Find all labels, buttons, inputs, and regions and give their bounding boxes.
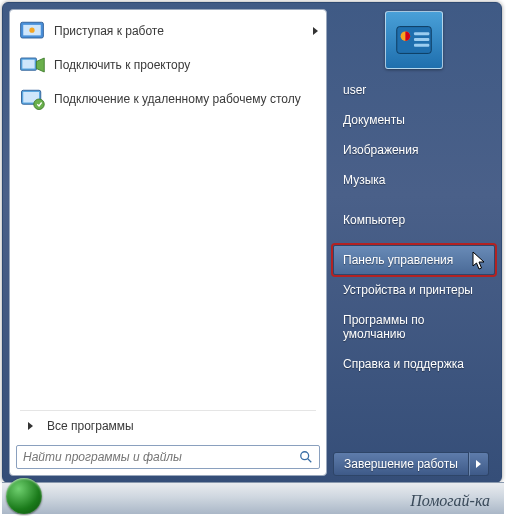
svg-point-8 bbox=[301, 452, 309, 460]
right-item-user[interactable]: user bbox=[333, 75, 495, 105]
chevron-right-icon bbox=[28, 422, 33, 430]
right-list: user Документы Изображения Музыка Компью… bbox=[333, 75, 495, 446]
program-label: Приступая к работе bbox=[54, 24, 313, 38]
right-item-label: Изображения bbox=[343, 143, 418, 157]
search-box[interactable] bbox=[16, 445, 320, 469]
program-remote-desktop[interactable]: Подключение к удаленному рабочему столу bbox=[12, 82, 324, 116]
svg-rect-4 bbox=[22, 60, 34, 69]
start-button[interactable] bbox=[6, 478, 42, 514]
start-menu: Приступая к работе Подключить к проектор… bbox=[2, 2, 502, 483]
divider bbox=[20, 410, 316, 411]
shutdown-button[interactable]: Завершение работы bbox=[333, 452, 469, 476]
right-item-documents[interactable]: Документы bbox=[333, 105, 495, 135]
svg-point-7 bbox=[34, 99, 45, 110]
right-pane: user Документы Изображения Музыка Компью… bbox=[327, 3, 501, 482]
right-item-label: Панель управления bbox=[343, 253, 453, 267]
shutdown-options-button[interactable] bbox=[469, 452, 489, 476]
cursor-icon bbox=[472, 251, 486, 271]
program-label: Подключение к удаленному рабочему столу bbox=[54, 92, 318, 106]
program-projector[interactable]: Подключить к проектору bbox=[12, 48, 324, 82]
svg-rect-14 bbox=[414, 44, 429, 47]
program-list: Приступая к работе Подключить к проектор… bbox=[10, 10, 326, 408]
right-item-label: Справка и поддержка bbox=[343, 357, 464, 371]
svg-point-2 bbox=[29, 28, 34, 33]
search-icon bbox=[299, 450, 313, 464]
submenu-arrow-icon bbox=[313, 27, 318, 35]
shutdown-label: Завершение работы bbox=[344, 457, 458, 471]
program-getting-started[interactable]: Приступая к работе bbox=[12, 14, 324, 48]
user-picture-frame bbox=[333, 11, 495, 69]
svg-rect-12 bbox=[414, 32, 429, 35]
projector-icon bbox=[18, 51, 46, 79]
svg-line-9 bbox=[308, 459, 312, 463]
right-item-label: Музыка bbox=[343, 173, 385, 187]
right-item-label: Компьютер bbox=[343, 213, 405, 227]
search-area bbox=[10, 439, 326, 475]
right-item-music[interactable]: Музыка bbox=[333, 165, 495, 195]
program-label: Подключить к проектору bbox=[54, 58, 318, 72]
getting-started-icon bbox=[18, 17, 46, 45]
right-item-label: Программы по умолчанию bbox=[343, 313, 424, 341]
watermark-text: Помогай-ка bbox=[410, 492, 490, 510]
group-spacer bbox=[333, 195, 495, 205]
all-programs-label: Все программы bbox=[47, 419, 134, 433]
right-item-default-programs[interactable]: Программы по умолчанию bbox=[333, 305, 495, 349]
right-item-label: Документы bbox=[343, 113, 405, 127]
right-item-computer[interactable]: Компьютер bbox=[333, 205, 495, 235]
chevron-right-icon bbox=[476, 460, 481, 468]
right-item-label: user bbox=[343, 83, 366, 97]
taskbar: Помогай-ка bbox=[2, 482, 504, 514]
shutdown-row: Завершение работы bbox=[333, 446, 495, 476]
remote-desktop-icon bbox=[18, 85, 46, 113]
right-item-help[interactable]: Справка и поддержка bbox=[333, 349, 495, 379]
search-input[interactable] bbox=[23, 450, 299, 464]
svg-rect-13 bbox=[414, 38, 429, 41]
right-item-label: Устройства и принтеры bbox=[343, 283, 473, 297]
user-picture[interactable] bbox=[385, 11, 443, 69]
right-item-devices[interactable]: Устройства и принтеры bbox=[333, 275, 495, 305]
all-programs[interactable]: Все программы bbox=[10, 413, 326, 439]
group-spacer bbox=[333, 235, 495, 245]
right-item-pictures[interactable]: Изображения bbox=[333, 135, 495, 165]
left-pane: Приступая к работе Подключить к проектор… bbox=[9, 9, 327, 476]
right-item-control-panel[interactable]: Панель управления bbox=[333, 245, 495, 275]
control-panel-icon bbox=[391, 17, 437, 63]
